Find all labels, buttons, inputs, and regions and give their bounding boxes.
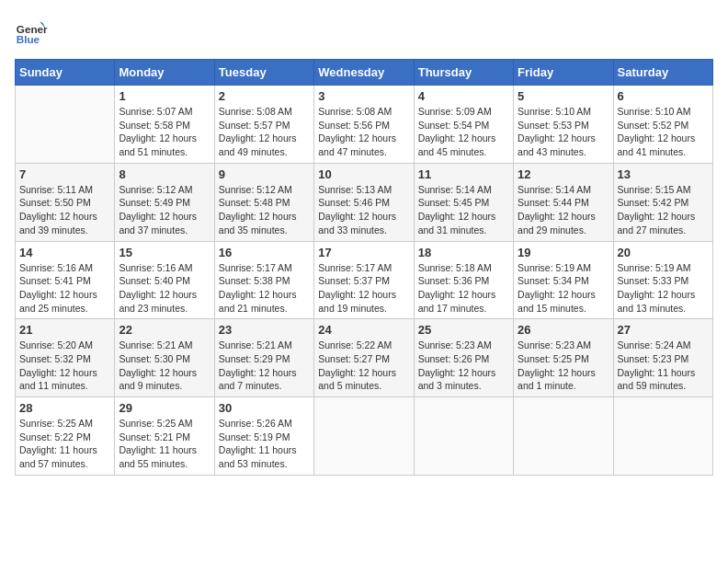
day-info: Sunrise: 5:19 AM Sunset: 5:34 PM Dayligh…	[518, 261, 609, 316]
svg-text:Blue: Blue	[17, 33, 40, 45]
logo: General Blue	[15, 15, 48, 48]
calendar-cell: 2Sunrise: 5:08 AM Sunset: 5:57 PM Daylig…	[214, 86, 313, 164]
day-info: Sunrise: 5:12 AM Sunset: 5:49 PM Dayligh…	[119, 183, 210, 237]
calendar-cell: 14Sunrise: 5:16 AM Sunset: 5:41 PM Dayli…	[16, 241, 115, 319]
day-number: 6	[618, 89, 709, 103]
day-info: Sunrise: 5:08 AM Sunset: 5:57 PM Dayligh…	[219, 105, 310, 159]
calendar-week-2: 7Sunrise: 5:11 AM Sunset: 5:50 PM Daylig…	[16, 163, 713, 241]
day-number: 1	[119, 89, 210, 103]
day-info: Sunrise: 5:14 AM Sunset: 5:45 PM Dayligh…	[418, 183, 509, 237]
calendar-week-3: 14Sunrise: 5:16 AM Sunset: 5:41 PM Dayli…	[16, 241, 713, 319]
calendar-cell: 3Sunrise: 5:08 AM Sunset: 5:56 PM Daylig…	[314, 86, 414, 164]
day-number: 24	[318, 323, 409, 337]
calendar-cell: 22Sunrise: 5:21 AM Sunset: 5:30 PM Dayli…	[115, 319, 214, 397]
day-info: Sunrise: 5:11 AM Sunset: 5:50 PM Dayligh…	[19, 183, 110, 237]
day-info: Sunrise: 5:16 AM Sunset: 5:40 PM Dayligh…	[119, 261, 210, 316]
day-number: 21	[19, 323, 110, 337]
calendar-cell: 4Sunrise: 5:09 AM Sunset: 5:54 PM Daylig…	[414, 86, 513, 164]
day-info: Sunrise: 5:24 AM Sunset: 5:23 PM Dayligh…	[618, 339, 709, 393]
calendar-cell: 25Sunrise: 5:23 AM Sunset: 5:26 PM Dayli…	[414, 319, 513, 397]
day-info: Sunrise: 5:21 AM Sunset: 5:29 PM Dayligh…	[219, 339, 310, 393]
day-number: 20	[618, 246, 709, 259]
day-info: Sunrise: 5:23 AM Sunset: 5:25 PM Dayligh…	[518, 339, 609, 393]
day-info: Sunrise: 5:10 AM Sunset: 5:52 PM Dayligh…	[618, 105, 709, 159]
calendar-cell: 18Sunrise: 5:18 AM Sunset: 5:36 PM Dayli…	[414, 241, 513, 319]
calendar-cell: 30Sunrise: 5:26 AM Sunset: 5:19 PM Dayli…	[214, 397, 313, 476]
logo-icon: General Blue	[15, 15, 48, 48]
calendar-cell: 28Sunrise: 5:25 AM Sunset: 5:22 PM Dayli…	[16, 397, 115, 476]
day-number: 12	[518, 167, 609, 181]
weekday-header-wednesday: Wednesday	[314, 60, 414, 86]
day-number: 15	[119, 246, 210, 259]
weekday-header-friday: Friday	[514, 60, 613, 86]
day-number: 30	[219, 401, 310, 415]
weekday-header-monday: Monday	[115, 60, 214, 86]
day-number: 22	[119, 323, 210, 337]
calendar-cell: 9Sunrise: 5:12 AM Sunset: 5:48 PM Daylig…	[214, 163, 313, 241]
calendar-cell	[613, 397, 712, 476]
calendar-cell: 29Sunrise: 5:25 AM Sunset: 5:21 PM Dayli…	[115, 397, 214, 476]
day-info: Sunrise: 5:25 AM Sunset: 5:22 PM Dayligh…	[19, 417, 110, 471]
calendar-cell: 8Sunrise: 5:12 AM Sunset: 5:49 PM Daylig…	[115, 163, 214, 241]
day-info: Sunrise: 5:16 AM Sunset: 5:41 PM Dayligh…	[19, 261, 110, 316]
day-number: 26	[518, 323, 609, 337]
calendar-cell	[16, 86, 115, 164]
day-number: 10	[318, 167, 409, 181]
calendar-cell: 20Sunrise: 5:19 AM Sunset: 5:33 PM Dayli…	[613, 241, 712, 319]
day-number: 25	[418, 323, 509, 337]
day-info: Sunrise: 5:12 AM Sunset: 5:48 PM Dayligh…	[219, 183, 310, 237]
calendar-cell: 11Sunrise: 5:14 AM Sunset: 5:45 PM Dayli…	[414, 163, 513, 241]
calendar-cell: 7Sunrise: 5:11 AM Sunset: 5:50 PM Daylig…	[16, 163, 115, 241]
calendar-cell	[314, 397, 414, 476]
day-number: 27	[618, 323, 709, 337]
day-number: 29	[119, 401, 210, 415]
day-number: 19	[518, 246, 609, 259]
day-number: 17	[318, 246, 409, 259]
calendar-cell: 24Sunrise: 5:22 AM Sunset: 5:27 PM Dayli…	[314, 319, 414, 397]
day-info: Sunrise: 5:09 AM Sunset: 5:54 PM Dayligh…	[418, 105, 509, 159]
day-info: Sunrise: 5:23 AM Sunset: 5:26 PM Dayligh…	[418, 339, 509, 393]
day-info: Sunrise: 5:07 AM Sunset: 5:58 PM Dayligh…	[119, 105, 210, 159]
calendar-cell: 17Sunrise: 5:17 AM Sunset: 5:37 PM Dayli…	[314, 241, 414, 319]
calendar-cell: 27Sunrise: 5:24 AM Sunset: 5:23 PM Dayli…	[613, 319, 712, 397]
day-info: Sunrise: 5:14 AM Sunset: 5:44 PM Dayligh…	[518, 183, 609, 237]
day-number: 7	[19, 167, 110, 181]
day-info: Sunrise: 5:17 AM Sunset: 5:38 PM Dayligh…	[219, 261, 310, 316]
day-info: Sunrise: 5:21 AM Sunset: 5:30 PM Dayligh…	[119, 339, 210, 393]
day-number: 8	[119, 167, 210, 181]
weekday-header-sunday: Sunday	[16, 60, 115, 86]
day-info: Sunrise: 5:10 AM Sunset: 5:53 PM Dayligh…	[518, 105, 609, 159]
calendar-cell: 10Sunrise: 5:13 AM Sunset: 5:46 PM Dayli…	[314, 163, 414, 241]
day-number: 13	[618, 167, 709, 181]
weekday-header-tuesday: Tuesday	[214, 60, 313, 86]
day-number: 28	[19, 401, 110, 415]
calendar-cell: 23Sunrise: 5:21 AM Sunset: 5:29 PM Dayli…	[214, 319, 313, 397]
day-number: 23	[219, 323, 310, 337]
day-number: 16	[219, 246, 310, 259]
calendar-cell: 19Sunrise: 5:19 AM Sunset: 5:34 PM Dayli…	[514, 241, 613, 319]
calendar-cell	[514, 397, 613, 476]
day-info: Sunrise: 5:26 AM Sunset: 5:19 PM Dayligh…	[219, 417, 310, 471]
calendar-week-1: 1Sunrise: 5:07 AM Sunset: 5:58 PM Daylig…	[16, 86, 713, 164]
day-info: Sunrise: 5:15 AM Sunset: 5:42 PM Dayligh…	[618, 183, 709, 237]
day-number: 5	[518, 89, 609, 103]
calendar-cell: 16Sunrise: 5:17 AM Sunset: 5:38 PM Dayli…	[214, 241, 313, 319]
calendar-cell: 1Sunrise: 5:07 AM Sunset: 5:58 PM Daylig…	[115, 86, 214, 164]
day-number: 4	[418, 89, 509, 103]
day-info: Sunrise: 5:18 AM Sunset: 5:36 PM Dayligh…	[418, 261, 509, 316]
day-number: 2	[219, 89, 310, 103]
day-info: Sunrise: 5:20 AM Sunset: 5:32 PM Dayligh…	[19, 339, 110, 393]
day-number: 3	[318, 89, 409, 103]
day-number: 14	[19, 246, 110, 259]
calendar-cell: 26Sunrise: 5:23 AM Sunset: 5:25 PM Dayli…	[514, 319, 613, 397]
day-info: Sunrise: 5:17 AM Sunset: 5:37 PM Dayligh…	[318, 261, 409, 316]
day-info: Sunrise: 5:25 AM Sunset: 5:21 PM Dayligh…	[119, 417, 210, 471]
calendar-cell: 12Sunrise: 5:14 AM Sunset: 5:44 PM Dayli…	[514, 163, 613, 241]
calendar-cell: 21Sunrise: 5:20 AM Sunset: 5:32 PM Dayli…	[16, 319, 115, 397]
calendar-table: SundayMondayTuesdayWednesdayThursdayFrid…	[15, 59, 713, 476]
calendar-week-5: 28Sunrise: 5:25 AM Sunset: 5:22 PM Dayli…	[16, 397, 713, 476]
calendar-cell: 13Sunrise: 5:15 AM Sunset: 5:42 PM Dayli…	[613, 163, 712, 241]
day-number: 9	[219, 167, 310, 181]
calendar-cell: 5Sunrise: 5:10 AM Sunset: 5:53 PM Daylig…	[514, 86, 613, 164]
weekday-header-saturday: Saturday	[613, 60, 712, 86]
